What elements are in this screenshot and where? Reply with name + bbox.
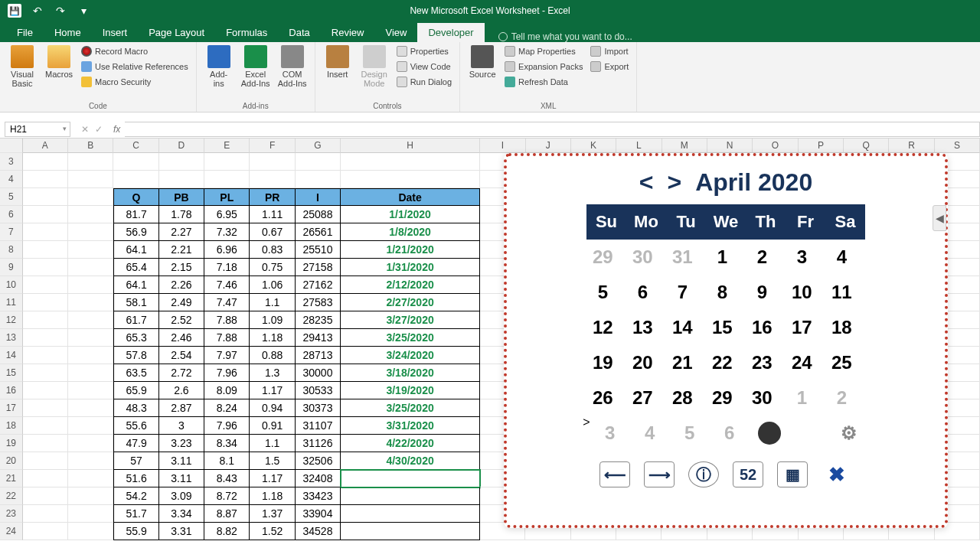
cell-H10[interactable]: 2/12/2020: [341, 276, 480, 294]
import-button[interactable]: Import: [589, 45, 630, 57]
cell-E16[interactable]: 8.09: [204, 382, 250, 399]
refresh-data-button[interactable]: Refresh Data: [503, 76, 584, 88]
redo-button[interactable]: ↷: [54, 4, 67, 18]
fx-icon[interactable]: fx: [113, 124, 125, 135]
cell-E8[interactable]: 6.96: [204, 241, 250, 259]
col-header-I[interactable]: I: [480, 139, 525, 153]
cell-B4[interactable]: [68, 171, 113, 188]
cal-day-29[interactable]: 29: [583, 240, 622, 275]
cell-D11[interactable]: 2.49: [159, 294, 204, 311]
view-code-button[interactable]: View Code: [395, 60, 453, 73]
cell-B16[interactable]: [68, 382, 113, 399]
cell-B18[interactable]: [68, 417, 113, 435]
cell-A6[interactable]: [23, 206, 68, 223]
col-header-B[interactable]: B: [68, 139, 113, 153]
cal-day-17[interactable]: 17: [782, 310, 822, 345]
tab-file[interactable]: File: [6, 23, 44, 42]
cell-H9[interactable]: 1/31/2020: [341, 259, 480, 276]
addins-button[interactable]: Add- ins: [203, 45, 235, 88]
row-header-11[interactable]: 11: [0, 294, 23, 311]
cal-day-5[interactable]: 5: [583, 275, 622, 310]
cancel-icon[interactable]: ✕: [81, 124, 89, 135]
cell-E17[interactable]: 8.24: [204, 399, 250, 417]
cell-G13[interactable]: 29413: [296, 329, 341, 347]
cell-E11[interactable]: 7.47: [204, 294, 250, 311]
cell-F16[interactable]: 1.17: [250, 382, 295, 399]
col-header-C[interactable]: C: [113, 139, 158, 153]
cal-day-15[interactable]: 15: [702, 310, 742, 345]
cell-D16[interactable]: 2.6: [159, 382, 204, 399]
col-header-M[interactable]: M: [662, 139, 707, 153]
tab-developer[interactable]: Developer: [417, 23, 484, 42]
run-dialog-button[interactable]: Run Dialog: [395, 76, 453, 88]
cell-A4[interactable]: [23, 171, 68, 188]
cell-A15[interactable]: [23, 364, 68, 382]
cal-day-21[interactable]: 21: [662, 345, 702, 380]
cal-day-14[interactable]: 14: [662, 310, 702, 345]
cell-E20[interactable]: 8.1: [204, 452, 250, 470]
cell-A12[interactable]: [23, 311, 68, 329]
cell-C5[interactable]: Q: [113, 188, 158, 206]
cal-day-28[interactable]: 28: [662, 380, 702, 416]
col-header-S[interactable]: S: [935, 139, 980, 153]
cell-C20[interactable]: 57: [113, 452, 158, 470]
cell-G15[interactable]: 30000: [296, 364, 341, 382]
cell-G11[interactable]: 27583: [296, 294, 341, 311]
cal-day-1[interactable]: 1: [782, 380, 822, 416]
formula-input[interactable]: [125, 122, 980, 137]
cal-day-7[interactable]: 7: [662, 275, 702, 310]
cell-A13[interactable]: [23, 329, 68, 347]
cell-G23[interactable]: 33904: [296, 505, 341, 523]
cell-D20[interactable]: 3.11: [159, 452, 204, 470]
cell-B7[interactable]: [68, 223, 113, 241]
visual-basic-button[interactable]: Visual Basic: [6, 45, 38, 88]
cell-A21[interactable]: [23, 470, 68, 487]
properties-button[interactable]: Properties: [395, 45, 453, 57]
cell-F5[interactable]: PR: [250, 188, 295, 206]
cell-G8[interactable]: 25510: [296, 241, 341, 259]
tab-home[interactable]: Home: [44, 23, 92, 42]
tab-page-layout[interactable]: Page Layout: [138, 23, 215, 42]
cell-H19[interactable]: 4/22/2020: [341, 435, 480, 452]
row-header-21[interactable]: 21: [0, 470, 23, 487]
cell-F21[interactable]: 1.17: [250, 470, 295, 487]
row-header-7[interactable]: 7: [0, 223, 23, 241]
cell-C11[interactable]: 58.1: [113, 294, 158, 311]
cal-day-31[interactable]: 31: [662, 240, 702, 275]
cell-H24[interactable]: [341, 523, 480, 540]
undo-button[interactable]: ↶: [31, 4, 44, 18]
cell-C6[interactable]: 81.7: [113, 206, 158, 223]
col-header-F[interactable]: F: [250, 139, 295, 153]
cell-B14[interactable]: [68, 347, 113, 364]
row-header-22[interactable]: 22: [0, 487, 23, 505]
col-header-E[interactable]: E: [204, 139, 250, 153]
cell-H15[interactable]: 3/18/2020: [341, 364, 480, 382]
cell-B17[interactable]: [68, 399, 113, 417]
cell-H4[interactable]: [341, 171, 480, 188]
cell-D10[interactable]: 2.26: [159, 276, 204, 294]
cell-G7[interactable]: 26561: [296, 223, 341, 241]
cell-G9[interactable]: 27158: [296, 259, 341, 276]
cell-D19[interactable]: 3.23: [159, 435, 204, 452]
col-header-O[interactable]: O: [753, 139, 798, 153]
save-button[interactable]: 💾: [8, 4, 21, 18]
tab-insert[interactable]: Insert: [92, 23, 139, 42]
cell-E22[interactable]: 8.72: [204, 487, 250, 505]
calendar-prev-button[interactable]: <: [639, 168, 654, 197]
cell-D21[interactable]: 3.11: [159, 470, 204, 487]
tab-formulas[interactable]: Formulas: [215, 23, 278, 42]
enter-icon[interactable]: ✓: [95, 124, 103, 135]
cell-B15[interactable]: [68, 364, 113, 382]
cell-D5[interactable]: PB: [159, 188, 204, 206]
cell-F24[interactable]: 1.52: [250, 523, 295, 540]
cell-H22[interactable]: [341, 487, 480, 505]
col-header-A[interactable]: A: [23, 139, 68, 153]
cell-A24[interactable]: [23, 523, 68, 540]
cal-day-27[interactable]: 27: [622, 380, 662, 416]
cell-F22[interactable]: 1.18: [250, 487, 295, 505]
cell-H20[interactable]: 4/30/2020: [341, 452, 480, 470]
cal-view-button[interactable]: ▦: [777, 461, 808, 487]
cell-D14[interactable]: 2.54: [159, 347, 204, 364]
cell-F20[interactable]: 1.5: [250, 452, 295, 470]
design-mode-button[interactable]: Design Mode: [358, 45, 390, 88]
